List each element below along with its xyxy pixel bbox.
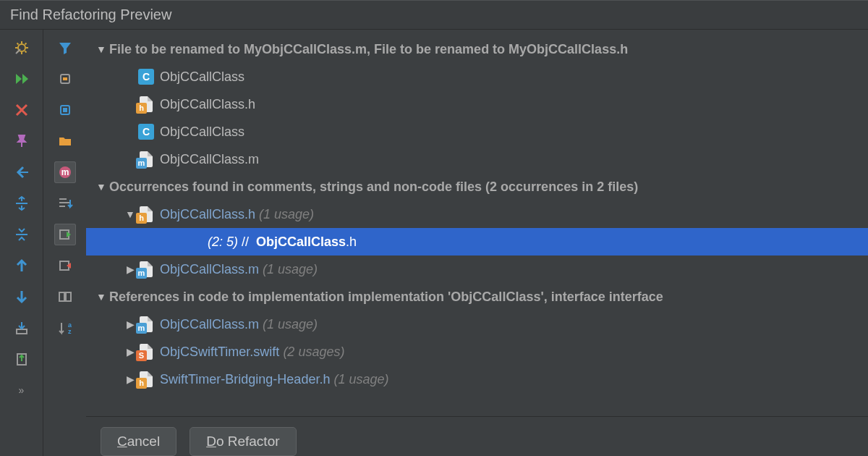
h-file-icon: h: [138, 206, 154, 222]
up-arrow-icon[interactable]: [11, 255, 33, 276]
expand-all-icon[interactable]: [11, 193, 33, 214]
tree-item[interactable]: C ObjCCallClass: [86, 63, 868, 90]
item-label: ObjCCallClass.m: [160, 262, 259, 277]
h-file-icon: h: [138, 96, 154, 112]
rerun-icon[interactable]: [11, 68, 33, 90]
toolbar-column-2: m az: [43, 30, 86, 456]
cancel-icon[interactable]: [11, 99, 33, 121]
chevron-down-icon[interactable]: ▼: [93, 291, 109, 303]
sort-icon[interactable]: [54, 193, 76, 214]
do-refactor-button[interactable]: Do Refactor: [190, 427, 296, 456]
m-file-icon: m: [138, 261, 154, 277]
match-text: ObjCCallClass: [256, 235, 346, 250]
item-label: ObjCCallClass.h: [160, 97, 255, 112]
group-directory-icon[interactable]: [54, 130, 76, 152]
tree-occurrence-selected[interactable]: (2: 5) // ObjCCallClass.h: [86, 228, 868, 256]
tree-section-header[interactable]: ▼ References in code to implementation i…: [86, 283, 868, 311]
svg-rect-11: [59, 198, 67, 200]
m-file-icon: m: [138, 316, 154, 332]
more-icon[interactable]: »: [11, 379, 33, 401]
tree-item[interactable]: ▶ S ObjCSwiftTimer.swift (2 usages): [86, 338, 868, 366]
line-col: (2: 5): [208, 235, 238, 250]
group-usage-icon[interactable]: [54, 68, 76, 90]
tree-item[interactable]: m ObjCCallClass.m: [86, 145, 868, 173]
group-method-icon[interactable]: m: [54, 161, 76, 183]
svg-rect-2: [16, 234, 27, 235]
tree-item[interactable]: C ObjCCallClass: [86, 118, 868, 145]
item-label: ObjCCallClass: [160, 124, 244, 140]
filter-icon[interactable]: [54, 37, 76, 59]
item-label: ObjCCallClass.m: [160, 317, 259, 332]
svg-text:z: z: [68, 328, 72, 335]
cancel-button[interactable]: Cancel: [101, 427, 176, 456]
down-arrow-icon[interactable]: [11, 286, 33, 308]
class-icon: C: [138, 69, 154, 85]
export-page-icon[interactable]: [11, 348, 33, 370]
pin-icon[interactable]: [11, 130, 33, 152]
results-tree[interactable]: ▼ File to be renamed to MyObjCCallClass.…: [86, 30, 868, 416]
chevron-down-icon[interactable]: ▼: [93, 43, 109, 55]
svg-rect-3: [17, 329, 27, 334]
svg-rect-16: [59, 292, 64, 301]
tree-item[interactable]: ▶ m ObjCCallClass.m (1 usage): [86, 256, 868, 283]
svg-rect-17: [66, 292, 71, 301]
item-label: ObjCSwiftTimer.swift: [160, 345, 279, 360]
tree-item[interactable]: ▼ h ObjCCallClass.h (1 usage): [86, 200, 868, 228]
section-label: References in code to implementation imp…: [109, 290, 663, 305]
m-file-icon: m: [138, 151, 154, 167]
usage-count: (2 usages): [283, 345, 344, 360]
chevron-down-icon[interactable]: ▼: [93, 181, 109, 193]
item-label: ObjCCallClass.h: [160, 207, 255, 222]
section-label: File to be renamed to MyObjCCallClass.m,…: [109, 42, 628, 57]
main-panel: ▼ File to be renamed to MyObjCCallClass.…: [86, 30, 868, 456]
svg-rect-12: [59, 202, 69, 203]
toolbar-column-1: »: [0, 30, 43, 456]
svg-rect-1: [16, 203, 27, 204]
window-title: Find Refactoring Preview: [0, 0, 868, 30]
svg-rect-8: [63, 108, 67, 112]
svg-text:m: m: [61, 167, 69, 177]
autoscroll-source-icon[interactable]: [54, 224, 76, 245]
usage-count: (1 usage): [263, 317, 318, 332]
svg-rect-13: [59, 206, 65, 207]
item-label: ObjCCallClass: [160, 69, 244, 85]
tree-item[interactable]: ▶ h SwiftTimer-Bridging-Header.h (1 usag…: [86, 366, 868, 393]
tree-section-header[interactable]: ▼ File to be renamed to MyObjCCallClass.…: [86, 35, 868, 63]
svg-rect-6: [63, 77, 67, 80]
class-icon: C: [138, 124, 154, 140]
footer: Cancel Do Refactor: [86, 416, 868, 456]
collapse-icon[interactable]: [11, 224, 33, 245]
item-label: ObjCCallClass.m: [160, 152, 259, 167]
settings-icon[interactable]: [11, 37, 33, 59]
tree-item[interactable]: h ObjCCallClass.h: [86, 90, 868, 118]
group-module-icon[interactable]: [54, 99, 76, 121]
sort-alpha-icon[interactable]: az: [54, 317, 76, 339]
usage-count: (1 usage): [259, 207, 314, 222]
item-label: SwiftTimer-Bridging-Header.h: [160, 372, 330, 387]
usage-count: (1 usage): [263, 262, 318, 277]
match-tail: .h: [346, 235, 357, 250]
export-icon[interactable]: [11, 317, 33, 339]
autoscroll-from-icon[interactable]: [54, 255, 76, 276]
h-file-icon: h: [138, 371, 154, 387]
usage-count: (1 usage): [333, 372, 388, 387]
preview-panel-icon[interactable]: [54, 286, 76, 308]
prev-occurrence-icon[interactable]: [11, 161, 33, 183]
swift-file-icon: S: [138, 344, 154, 360]
sep: //: [242, 235, 249, 250]
tree-item[interactable]: ▶ m ObjCCallClass.m (1 usage): [86, 311, 868, 338]
section-label: Occurrences found in comments, strings a…: [109, 180, 638, 195]
tree-section-header[interactable]: ▼ Occurrences found in comments, strings…: [86, 173, 868, 200]
